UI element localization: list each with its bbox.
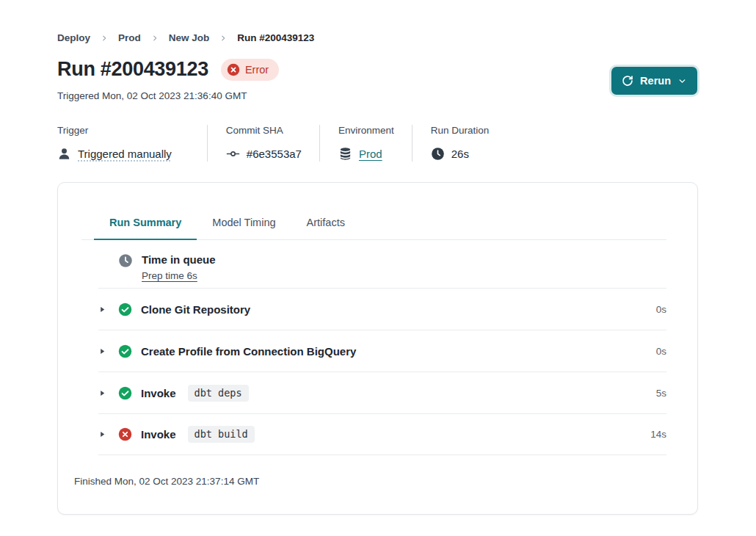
- step-row-create-profile[interactable]: Create Profile from Connection BigQuery …: [98, 330, 666, 372]
- command-chip: dbt deps: [188, 385, 249, 402]
- queue-title: Time in queue: [142, 253, 216, 266]
- prep-time-link[interactable]: Prep time 6s: [142, 270, 197, 281]
- chevron-right-icon: [219, 35, 227, 42]
- rerun-button[interactable]: Rerun: [611, 67, 697, 95]
- step-duration: 0s: [656, 304, 666, 315]
- expand-caret-icon[interactable]: [98, 388, 109, 398]
- success-check-icon: [118, 303, 132, 316]
- chevron-right-icon: [101, 35, 108, 42]
- commit-sha-value: #6e3553a7: [247, 148, 302, 160]
- meta-run-duration: Run Duration 26s: [412, 125, 507, 162]
- rerun-button-label: Rerun: [640, 75, 671, 87]
- error-circle-icon: [118, 427, 132, 441]
- queue-clock-icon: [118, 253, 133, 268]
- breadcrumb: Deploy Prod New Job Run #200439123: [57, 32, 314, 43]
- step-name: Clone Git Repository: [141, 303, 250, 316]
- meta-commit-label: Commit SHA: [226, 125, 302, 136]
- chevron-right-icon: [151, 35, 159, 42]
- meta-commit-sha: Commit SHA #6e3553a7: [207, 125, 319, 162]
- finished-timestamp: Finished Mon, 02 Oct 2023 21:37:14 GMT: [58, 455, 697, 487]
- step-duration: 5s: [656, 388, 666, 399]
- page-title: Run #200439123: [57, 58, 208, 81]
- run-summary-card: Run Summary Model Timing Artifacts Time …: [57, 182, 698, 515]
- meta-environment: Environment Prod: [319, 125, 412, 162]
- breadcrumb-new-job[interactable]: New Job: [169, 32, 210, 43]
- step-name: Invoke: [141, 387, 176, 399]
- run-meta-row: Trigger Triggered manually Commit SHA #6…: [57, 125, 506, 162]
- meta-environment-label: Environment: [338, 125, 394, 136]
- commit-icon: [226, 147, 240, 161]
- title-row: Run #200439123 Error: [57, 58, 279, 81]
- step-name: Invoke: [141, 428, 176, 441]
- step-duration: 0s: [656, 346, 666, 357]
- breadcrumb-prod[interactable]: Prod: [118, 32, 141, 43]
- chevron-down-icon: [677, 76, 687, 86]
- command-chip: dbt build: [188, 426, 255, 443]
- user-icon: [57, 147, 71, 161]
- expand-caret-icon[interactable]: [98, 430, 109, 439]
- meta-trigger-label: Trigger: [57, 125, 172, 136]
- breadcrumb-deploy[interactable]: Deploy: [57, 32, 90, 43]
- triggered-timestamp: Triggered Mon, 02 Oct 2023 21:36:40 GMT: [57, 90, 247, 101]
- clock-icon: [431, 147, 445, 161]
- breadcrumb-current-run: Run #200439123: [237, 32, 314, 43]
- expand-caret-icon[interactable]: [98, 305, 109, 314]
- tab-bar: Run Summary Model Timing Artifacts: [81, 217, 666, 240]
- tab-artifacts[interactable]: Artifacts: [291, 217, 360, 240]
- step-list: Time in queue Prep time 6s Clone Git Rep…: [98, 240, 666, 455]
- database-icon: [338, 147, 352, 161]
- step-name: Create Profile from Connection BigQuery: [141, 345, 356, 358]
- meta-duration-label: Run Duration: [431, 125, 490, 136]
- success-check-icon: [118, 344, 132, 358]
- success-check-icon: [118, 386, 132, 400]
- tab-model-timing[interactable]: Model Timing: [197, 217, 291, 240]
- expand-caret-icon[interactable]: [98, 347, 109, 356]
- step-row-clone-git[interactable]: Clone Git Repository 0s: [98, 288, 666, 330]
- step-row-dbt-build[interactable]: Invoke dbt build 14s: [98, 413, 666, 455]
- status-badge-label: Error: [245, 64, 269, 76]
- tab-run-summary[interactable]: Run Summary: [94, 217, 197, 240]
- trigger-value[interactable]: Triggered manually: [78, 148, 172, 160]
- step-row-dbt-deps[interactable]: Invoke dbt deps 5s: [98, 372, 666, 413]
- time-in-queue-row: Time in queue Prep time 6s: [98, 240, 666, 288]
- meta-trigger: Trigger Triggered manually: [57, 125, 207, 162]
- environment-link[interactable]: Prod: [359, 148, 382, 160]
- run-duration-value: 26s: [451, 148, 469, 160]
- status-badge: Error: [221, 59, 279, 81]
- step-duration: 14s: [650, 429, 666, 440]
- error-circle-icon: [227, 63, 240, 76]
- rerun-refresh-icon: [622, 75, 633, 87]
